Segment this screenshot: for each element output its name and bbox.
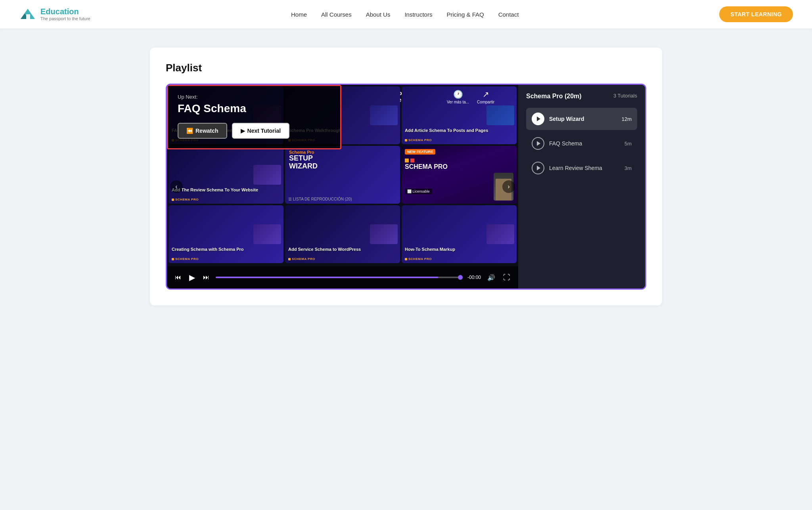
up-next-title: FAQ Schema: [178, 102, 331, 115]
thumbnail-6[interactable]: NEW FEATURE SCHEMA PRO ⬜ Licensable: [402, 146, 517, 204]
rewatch-button[interactable]: ⏪ Rewatch: [178, 123, 227, 139]
time-display: -00:00: [467, 275, 481, 280]
up-next-overlay: Up Next: FAQ Schema ⏪ Rewatch ▶ Next Tut…: [167, 85, 341, 149]
rewind-icon: ⏪: [186, 128, 193, 134]
start-learning-button[interactable]: START LEARNING: [719, 6, 793, 22]
share-icon: ↗: [483, 90, 489, 99]
up-next-label: Up Next:: [178, 94, 331, 100]
nav-contact[interactable]: Contact: [498, 11, 519, 18]
fullscreen-button[interactable]: ⛶: [502, 272, 512, 283]
play-triangle-3: [537, 166, 540, 170]
playlist-duration-1: 12m: [622, 116, 632, 122]
video-action-share[interactable]: ↗ Compartir: [477, 90, 494, 104]
content-section: Playlist Schema Pro Setup Wizard Tutoria…: [150, 48, 662, 306]
video-side: Schema Pro Setup Wizard Tutorial (Comple…: [167, 85, 518, 288]
thumbnail-4[interactable]: Add The Review Schema To Your Website SC…: [169, 146, 283, 204]
page-body: Playlist Schema Pro Setup Wizard Tutoria…: [140, 29, 672, 329]
play-icon: ▶: [241, 128, 245, 134]
play-icon-circle-3: [532, 162, 544, 174]
playlist-sidebar: Schema Pro (20m) 3 Tutorials Setup Wizar…: [518, 85, 645, 288]
main-nav: Home All Courses About Us Instructors Pr…: [291, 11, 519, 18]
play-triangle-2: [537, 141, 540, 146]
thumbnail-5[interactable]: Schema Pro SETUPWIZARD ☰ LISTA DE REPROD…: [285, 146, 400, 204]
nav-about-us[interactable]: About Us: [366, 11, 391, 18]
playlist-label-1: Setup Wizard: [549, 116, 617, 122]
logo: Education The passport to the future: [19, 6, 90, 23]
carousel-next-button[interactable]: ›: [502, 180, 515, 193]
nav-all-courses[interactable]: All Courses: [321, 11, 352, 18]
clock-icon: 🕐: [453, 90, 463, 99]
thumbnail-7[interactable]: Creating Schema with Schema Pro SCHEMA P…: [169, 205, 283, 263]
nav-instructors[interactable]: Instructors: [404, 11, 432, 18]
logo-subtitle: The passport to the future: [40, 16, 90, 21]
carousel-prev-button[interactable]: ‹: [170, 180, 183, 193]
up-next-buttons: ⏪ Rewatch ▶ Next Tutorial: [178, 123, 331, 139]
player-container: Schema Pro Setup Wizard Tutorial (Comple…: [166, 84, 646, 290]
play-icon-circle-2: [532, 137, 544, 150]
next-tutorial-button[interactable]: ▶ Next Tutorial: [232, 123, 290, 139]
thumbnail-8[interactable]: Add Service Schema to WordPress SCHEMA P…: [285, 205, 400, 263]
playlist-name: Schema Pro (20m): [526, 93, 582, 100]
playlist-header: Schema Pro (20m) 3 Tutorials: [526, 93, 637, 100]
volume-button[interactable]: 🔊: [486, 272, 497, 283]
video-controls: ⏮ ▶ ⏭ -00:00 🔊 ⛶: [167, 266, 518, 288]
nav-pricing-faq[interactable]: Pricing & FAQ: [446, 11, 484, 18]
playlist-label-3: Learn Review Shema: [549, 165, 620, 171]
playlist-item-3[interactable]: Learn Review Shema 3m: [526, 157, 637, 179]
play-triangle-1: [537, 117, 540, 121]
playlist-item-1[interactable]: Setup Wizard 12m: [526, 108, 637, 130]
progress-bar[interactable]: [216, 277, 463, 278]
playlist-duration-2: 5m: [624, 141, 632, 147]
logo-icon: [19, 6, 36, 23]
thumbnail-9[interactable]: How-To Schema Markup SCHEMA PRO: [402, 205, 517, 263]
playlist-label-2: FAQ Schema: [549, 140, 620, 147]
video-actions: 🕐 Ver más ta... ↗ Compartir: [447, 90, 494, 104]
rewind-ctrl-button[interactable]: ⏮: [173, 272, 183, 283]
play-icon-circle-1: [532, 113, 544, 125]
fast-forward-ctrl-button[interactable]: ⏭: [201, 272, 211, 283]
svg-rect-2: [26, 14, 30, 19]
playlist-heading: Playlist: [166, 62, 646, 74]
playlist-duration-3: 3m: [624, 165, 632, 171]
nav-home[interactable]: Home: [291, 11, 307, 18]
video-action-more[interactable]: 🕐 Ver más ta...: [447, 90, 469, 104]
logo-title: Education: [40, 7, 90, 16]
header: Education The passport to the future Hom…: [0, 0, 812, 29]
play-ctrl-button[interactable]: ▶: [188, 271, 197, 284]
playlist-count: 3 Tutorials: [613, 93, 637, 99]
playlist-item-2[interactable]: FAQ Schema 5m: [526, 132, 637, 155]
